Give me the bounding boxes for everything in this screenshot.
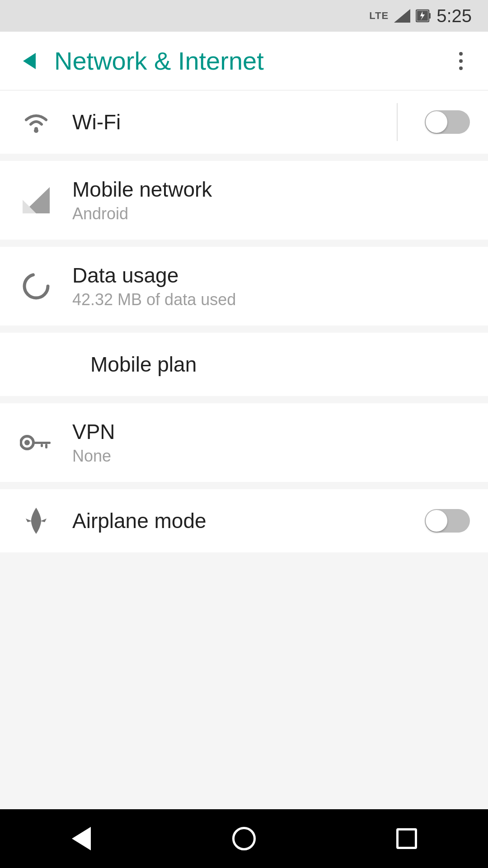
vpn-title: VPN bbox=[72, 420, 470, 444]
back-arrow-icon bbox=[23, 53, 36, 69]
nav-recents-button[interactable] bbox=[380, 821, 434, 857]
svg-point-12 bbox=[24, 440, 30, 445]
svg-marker-0 bbox=[394, 9, 410, 23]
mobile-network-content: Mobile network Android bbox=[54, 177, 470, 223]
wifi-divider bbox=[397, 103, 398, 141]
airplane-toggle-container[interactable] bbox=[425, 509, 470, 533]
svg-rect-14 bbox=[45, 444, 47, 448]
wifi-title: Wi-Fi bbox=[72, 110, 425, 134]
back-button[interactable] bbox=[14, 45, 45, 77]
separator bbox=[0, 326, 488, 333]
airplane-toggle-knob bbox=[426, 510, 447, 532]
svg-point-6 bbox=[34, 128, 38, 133]
dot-icon bbox=[459, 52, 463, 56]
vpn-icon-container bbox=[18, 433, 54, 452]
mobile-network-title: Mobile network bbox=[72, 177, 470, 202]
vpn-key-icon bbox=[20, 433, 52, 452]
separator bbox=[0, 240, 488, 247]
more-options-button[interactable] bbox=[447, 47, 474, 75]
svg-point-10 bbox=[24, 274, 48, 298]
data-usage-title: Data usage bbox=[72, 263, 470, 288]
mobile-plan-title: Mobile plan bbox=[90, 352, 470, 377]
mobile-plan-content: Mobile plan bbox=[72, 352, 470, 377]
nav-back-icon bbox=[72, 827, 91, 850]
vpn-item[interactable]: VPN None bbox=[0, 403, 488, 482]
svg-rect-15 bbox=[41, 444, 43, 447]
airplane-mode-content: Airplane mode bbox=[54, 509, 425, 533]
airplane-toggle[interactable] bbox=[425, 509, 470, 533]
nav-home-button[interactable] bbox=[217, 821, 271, 857]
signal-icon bbox=[394, 9, 410, 23]
data-usage-icon-container bbox=[18, 272, 54, 300]
dot-icon bbox=[459, 66, 463, 70]
data-usage-subtitle: 42.32 MB of data used bbox=[72, 290, 470, 309]
mobile-plan-item[interactable]: Mobile plan bbox=[0, 333, 488, 396]
airplane-mode-item[interactable]: Airplane mode bbox=[0, 489, 488, 552]
mobile-network-subtitle: Android bbox=[72, 204, 470, 223]
nav-recents-icon bbox=[396, 828, 417, 849]
vpn-subtitle: None bbox=[72, 447, 470, 466]
wifi-icon bbox=[22, 111, 51, 133]
battery-icon bbox=[416, 9, 431, 23]
dot-icon bbox=[459, 59, 463, 63]
data-usage-item[interactable]: Data usage 42.32 MB of data used bbox=[0, 247, 488, 326]
mobile-network-icon-container bbox=[18, 187, 54, 213]
data-usage-icon bbox=[22, 272, 50, 300]
wifi-icon-container bbox=[18, 111, 54, 133]
separator bbox=[0, 154, 488, 161]
status-time: 5:25 bbox=[436, 6, 472, 26]
wifi-toggle-knob bbox=[426, 111, 447, 133]
svg-rect-13 bbox=[33, 442, 51, 444]
status-icons: LTE 5:25 bbox=[369, 6, 472, 26]
wifi-toggle[interactable] bbox=[425, 110, 470, 134]
airplane-mode-title: Airplane mode bbox=[72, 509, 425, 533]
data-usage-content: Data usage 42.32 MB of data used bbox=[54, 263, 470, 309]
wifi-content: Wi-Fi bbox=[54, 110, 425, 134]
navigation-bar bbox=[0, 809, 488, 868]
wifi-item[interactable]: Wi-Fi bbox=[0, 90, 488, 154]
nav-back-button[interactable] bbox=[54, 821, 108, 857]
nav-home-icon bbox=[232, 827, 256, 850]
status-bar: LTE 5:25 bbox=[0, 0, 488, 32]
wifi-toggle-container[interactable] bbox=[425, 110, 470, 134]
separator bbox=[0, 396, 488, 403]
svg-rect-3 bbox=[429, 13, 431, 19]
page-title: Network & Internet bbox=[45, 46, 447, 75]
separator bbox=[0, 482, 488, 489]
vpn-content: VPN None bbox=[54, 420, 470, 466]
app-bar: Network & Internet bbox=[0, 32, 488, 90]
airplane-icon-container bbox=[18, 506, 54, 536]
airplane-icon bbox=[21, 506, 51, 536]
mobile-network-item[interactable]: Mobile network Android bbox=[0, 161, 488, 240]
mobile-network-icon bbox=[23, 187, 50, 213]
settings-list: Wi-Fi Mobile network Android bbox=[0, 90, 488, 552]
lte-indicator: LTE bbox=[369, 10, 389, 22]
